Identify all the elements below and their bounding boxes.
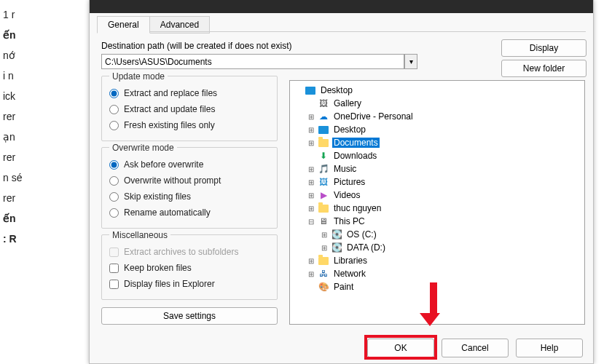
tree-downloads[interactable]: ▸⬇Downloads bbox=[290, 149, 584, 162]
miscellaneous-title: Miscellaneous bbox=[109, 230, 170, 240]
tree-videos[interactable]: ⊞▶Videos bbox=[290, 189, 584, 202]
tree-libraries[interactable]: ⊞Libraries bbox=[290, 254, 584, 267]
documents-icon bbox=[318, 137, 329, 149]
tree-drive-c[interactable]: ⊞💽OS (C:) bbox=[290, 228, 584, 241]
destination-label: Destination path (will be created if doe… bbox=[101, 41, 291, 51]
tree-desktop[interactable]: ⊞Desktop bbox=[290, 123, 584, 136]
libraries-icon bbox=[318, 255, 329, 266]
tree-music[interactable]: ⊞🎵Music bbox=[290, 162, 584, 175]
tree-network[interactable]: ⊞🖧Network bbox=[290, 267, 584, 280]
update-fresh-only[interactable]: Fresh existing files only bbox=[109, 117, 270, 133]
update-mode-group: Update mode Extract and replace files Ex… bbox=[101, 76, 278, 141]
ok-button[interactable]: OK bbox=[367, 339, 434, 357]
titlebar[interactable] bbox=[90, 0, 593, 13]
cancel-button[interactable]: Cancel bbox=[442, 339, 509, 357]
overwrite-rename[interactable]: Rename automatically bbox=[109, 205, 270, 221]
update-extract-replace[interactable]: Extract and replace files bbox=[109, 85, 270, 101]
tab-general[interactable]: General bbox=[97, 16, 150, 33]
misc-keep-broken[interactable]: Keep broken files bbox=[109, 260, 270, 276]
folder-tree[interactable]: ▸Desktop ▸🖼Gallery ⊞☁OneDrive - Personal… bbox=[289, 80, 585, 325]
destination-path-input[interactable] bbox=[101, 54, 404, 69]
tree-user-folder[interactable]: ⊞thuc nguyen bbox=[290, 202, 584, 215]
desktop-icon bbox=[305, 84, 316, 96]
display-button[interactable]: Display bbox=[501, 39, 586, 57]
extract-dialog: General Advanced Destination path (will … bbox=[89, 0, 594, 364]
network-icon: 🖧 bbox=[318, 268, 329, 280]
save-settings-button[interactable]: Save settings bbox=[101, 307, 278, 325]
pictures-icon: 🖼 bbox=[318, 176, 329, 188]
destination-dropdown-button[interactable]: ▾ bbox=[404, 54, 417, 69]
tree-this-pc[interactable]: ⊟🖥This PC bbox=[290, 215, 584, 228]
this-pc-icon: 🖥 bbox=[318, 215, 329, 227]
miscellaneous-group: Miscellaneous Extract archives to subfol… bbox=[101, 234, 278, 300]
tree-onedrive[interactable]: ⊞☁OneDrive - Personal bbox=[290, 110, 584, 123]
update-mode-title: Update mode bbox=[109, 71, 168, 82]
new-folder-button[interactable]: New folder bbox=[501, 60, 586, 77]
overwrite-mode-title: Overwrite mode bbox=[109, 143, 177, 153]
overwrite-skip[interactable]: Skip existing files bbox=[109, 189, 270, 205]
gallery-icon: 🖼 bbox=[318, 98, 329, 109]
desktop-icon bbox=[318, 124, 329, 135]
tree-desktop-root[interactable]: ▸Desktop bbox=[290, 84, 584, 97]
tree-paint[interactable]: ▸🎨Paint bbox=[290, 280, 584, 293]
tree-gallery[interactable]: ▸🖼Gallery bbox=[290, 97, 584, 110]
downloads-icon: ⬇ bbox=[318, 150, 329, 162]
tree-drive-d[interactable]: ⊞💽DATA (D:) bbox=[290, 241, 584, 254]
drive-icon: 💽 bbox=[331, 242, 342, 253]
background-document: 1 r ến nớ i n ick rer ạn rer n sé rer ến… bbox=[0, 0, 73, 364]
tree-pictures[interactable]: ⊞🖼Pictures bbox=[290, 175, 584, 189]
misc-subfolders: Extract archives to subfolders bbox=[109, 244, 270, 260]
onedrive-icon: ☁ bbox=[318, 111, 329, 122]
overwrite-noprompt[interactable]: Overwrite without prompt bbox=[109, 173, 270, 189]
folder-icon bbox=[318, 202, 329, 214]
help-button[interactable]: Help bbox=[516, 339, 583, 357]
overwrite-mode-group: Overwrite mode Ask before overwrite Over… bbox=[101, 147, 278, 229]
videos-icon: ▶ bbox=[318, 189, 329, 201]
dialog-footer: OK Cancel Help bbox=[367, 339, 583, 357]
tree-documents[interactable]: ⊞Documents bbox=[290, 136, 584, 149]
overwrite-ask[interactable]: Ask before overwrite bbox=[109, 157, 270, 173]
update-extract-update[interactable]: Extract and update files bbox=[109, 101, 270, 117]
paint-icon: 🎨 bbox=[318, 281, 329, 293]
misc-display-explorer[interactable]: Display files in Explorer bbox=[109, 276, 270, 292]
drive-icon: 💽 bbox=[331, 229, 342, 240]
music-icon: 🎵 bbox=[318, 163, 329, 175]
